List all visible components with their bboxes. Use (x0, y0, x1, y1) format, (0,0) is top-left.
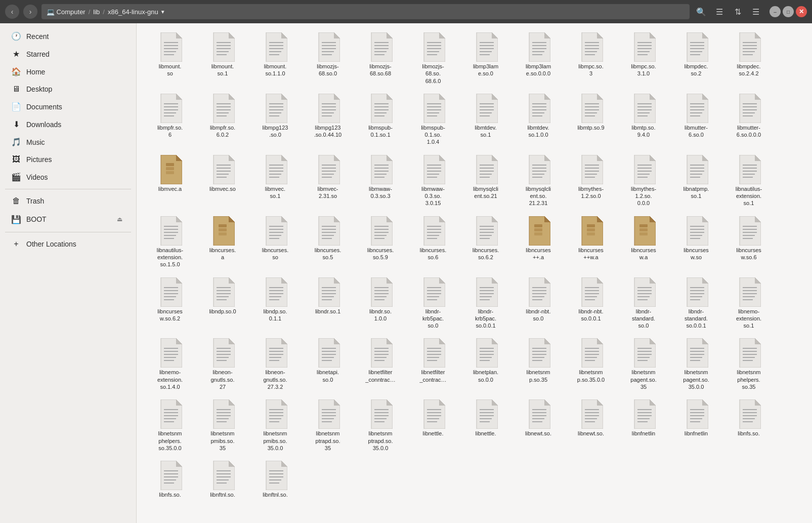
file-item[interactable]: libmount. so (145, 28, 195, 88)
view-sort-button[interactable]: ⇅ (730, 4, 745, 19)
file-item[interactable]: libnewt.so. (513, 395, 564, 455)
sidebar-item-desktop[interactable]: 🖥 Desktop (3, 81, 133, 97)
back-button[interactable]: ‹ (5, 5, 19, 19)
file-item[interactable]: libnewt.so. (566, 395, 616, 455)
file-item[interactable]: libnetsnm phelpers. so.35.0.0 (145, 395, 195, 455)
file-item[interactable]: libnetsnm pagent.so. 35.0.0 (671, 334, 721, 393)
file-item[interactable]: libnemo- extension. so.1 (723, 273, 774, 333)
sidebar-item-boot[interactable]: 💾 BOOT ⏏ (3, 210, 133, 228)
file-item[interactable]: libmwaw- 0.3.so. 3.0.15 (408, 151, 458, 210)
file-item[interactable]: libmp3lam e.so.0.0.0 (513, 28, 564, 88)
file-item[interactable]: libncurses. so.6 (408, 212, 458, 271)
file-item[interactable]: libnemo- extension. so.1.4.0 (145, 334, 195, 393)
file-item[interactable]: libndr-nbt. so.0 (513, 273, 564, 333)
file-item[interactable]: libmpdec. so.2 (671, 28, 721, 88)
file-item[interactable]: libmozjs- 68.so.68 (355, 28, 406, 88)
file-item[interactable]: libmspub- 0.1.so. 1.0.4 (408, 90, 458, 149)
file-item[interactable]: libndr-nbt. so.0.0.1 (566, 273, 616, 333)
file-item[interactable]: libmtp.so.9 (566, 90, 616, 149)
file-item[interactable]: libncurses. so (250, 212, 301, 271)
file-item[interactable]: libndr- standard. so.0 (618, 273, 669, 333)
file-item[interactable]: libnetapi. so.0 (303, 334, 353, 393)
sidebar-item-music[interactable]: 🎵 Music (3, 134, 133, 150)
file-item[interactable]: libncurses w.a (618, 212, 669, 271)
file-item[interactable]: libncurses. so.5.9 (355, 212, 406, 271)
file-item[interactable]: libmp3lam e.so.0 (460, 28, 511, 88)
file-item[interactable]: libmvec. so.1 (250, 151, 301, 210)
file-item[interactable]: libmspub- 0.1.so.1 (355, 90, 406, 149)
file-item[interactable]: libmtp.so. 9.4.0 (618, 90, 669, 149)
view-list-button[interactable]: ☰ (712, 4, 727, 19)
file-item[interactable]: libmythes- 1.2.so.0 (566, 151, 616, 210)
file-item[interactable]: libmvec.so (197, 151, 248, 210)
file-item[interactable]: libnettle. (460, 395, 511, 455)
file-item[interactable]: libnftnl.so. (197, 457, 248, 501)
sidebar-item-documents[interactable]: 📄 Documents (3, 98, 133, 115)
file-item[interactable]: libmpdec. so.2.4.2 (723, 28, 774, 88)
file-item[interactable]: libmythes- 1.2.so. 0.0.0 (618, 151, 669, 210)
file-item[interactable]: libnetsnm p.so.35.0.0 (566, 334, 616, 393)
file-item[interactable]: libnfs.so. (145, 457, 195, 501)
file-item[interactable]: libmutter- 6.so.0.0.0 (723, 90, 774, 149)
file-item[interactable]: libmount. so.1.1.0 (250, 28, 301, 88)
file-item[interactable]: libncurses w.so (671, 212, 721, 271)
file-item[interactable]: libndr.so. 1.0.0 (355, 273, 406, 333)
file-item[interactable]: libnfs.so. (723, 395, 774, 455)
sidebar-item-videos[interactable]: 🎬 Videos (3, 169, 133, 185)
search-button[interactable]: 🔍 (694, 4, 709, 19)
file-item[interactable]: libmozjs- 68.so. 68.6.0 (408, 28, 458, 88)
file-item[interactable]: libndr- standard. so.0.0.1 (671, 273, 721, 333)
file-item[interactable]: libmtdev. so.1.0.0 (513, 90, 564, 149)
file-item[interactable]: libmpfr.so. 6 (145, 90, 195, 149)
file-item[interactable]: libmpfr.so. 6.0.2 (197, 90, 248, 149)
file-item[interactable]: libnautilus- extension. so.1.5.0 (145, 212, 195, 271)
eject-button-boot[interactable]: ⏏ (114, 214, 125, 225)
file-item[interactable]: libncurses ++w.a (566, 212, 616, 271)
maximize-button[interactable]: □ (783, 6, 794, 17)
file-item[interactable]: libnetsnm p.so.35 (513, 334, 564, 393)
sidebar-item-recent[interactable]: 🕐 Recent (3, 28, 133, 45)
file-area[interactable]: libmount. so libmount. so.1 libmount. so… (137, 23, 812, 523)
forward-button[interactable]: › (23, 5, 37, 19)
file-item[interactable]: libndp.so. 0.1.1 (250, 273, 301, 333)
sidebar-item-downloads[interactable]: ⬇ Downloads (3, 116, 133, 133)
file-item[interactable]: libncurses w.so.6 (723, 212, 774, 271)
file-item[interactable]: libmpc.so. 3 (566, 28, 616, 88)
file-item[interactable]: libnetfilter _contrac… (408, 334, 458, 393)
file-item[interactable]: libndp.so.0 (197, 273, 248, 333)
close-button[interactable]: ✕ (796, 6, 807, 17)
file-item[interactable]: libnettle. (408, 395, 458, 455)
menu-button[interactable]: ☰ (748, 4, 763, 19)
sidebar-item-starred[interactable]: ★ Starred (3, 46, 133, 62)
file-item[interactable]: libndr- krb5pac. so.0.0.1 (460, 273, 511, 333)
file-item[interactable]: libnetsnm phelpers. so.35 (723, 334, 774, 393)
file-item[interactable]: libnetsnm ptrapd.so. 35.0.0 (355, 395, 406, 455)
file-item[interactable]: libnautilus- extension. so.1 (723, 151, 774, 210)
sidebar-item-trash[interactable]: 🗑 Trash (3, 193, 133, 209)
breadcrumb-computer[interactable]: 💻 Computer (47, 8, 86, 16)
minimize-button[interactable]: – (770, 6, 781, 17)
file-item[interactable]: libncurses. a (197, 212, 248, 271)
file-item[interactable]: libndr.so.1 (303, 273, 353, 333)
file-item[interactable]: libmysqlcli ent.so. 21.2.31 (513, 151, 564, 210)
file-item[interactable]: libnetsnm ptrapd.so. 35 (303, 395, 353, 455)
file-item[interactable]: libmvec- 2.31.so (303, 151, 353, 210)
sidebar-item-other-locations[interactable]: + Other Locations (3, 236, 133, 252)
file-item[interactable]: libmtdev. so.1 (460, 90, 511, 149)
file-item[interactable]: libmount. so.1 (197, 28, 248, 88)
sidebar-item-pictures[interactable]: 🖼 Pictures (3, 151, 133, 168)
file-item[interactable]: libncurses. so.6.2 (460, 212, 511, 271)
file-item[interactable]: libmutter- 6.so.0 (671, 90, 721, 149)
file-item[interactable]: libnetfilter _conntrac… (355, 334, 406, 393)
file-item[interactable]: libnatpmp. so.1 (671, 151, 721, 210)
file-item[interactable]: libncurses w.so.6.2 (145, 273, 195, 333)
file-item[interactable]: libnetplan. so.0.0 (460, 334, 511, 393)
file-item[interactable]: libneon- gnutls.so. 27 (197, 334, 248, 393)
breadcrumb-arch-dropdown[interactable]: x86_64-linux-gnu ▼ (108, 8, 165, 16)
file-item[interactable]: libmpg123 .so.0.44.10 (303, 90, 353, 149)
file-item[interactable]: libncurses. so.5 (303, 212, 353, 271)
file-item[interactable]: libndr- krb5pac. so.0 (408, 273, 458, 333)
file-item[interactable]: libncurses ++.a (513, 212, 564, 271)
file-item[interactable]: libnftnl.so. (250, 457, 301, 501)
file-item[interactable]: libmwaw- 0.3.so.3 (355, 151, 406, 210)
